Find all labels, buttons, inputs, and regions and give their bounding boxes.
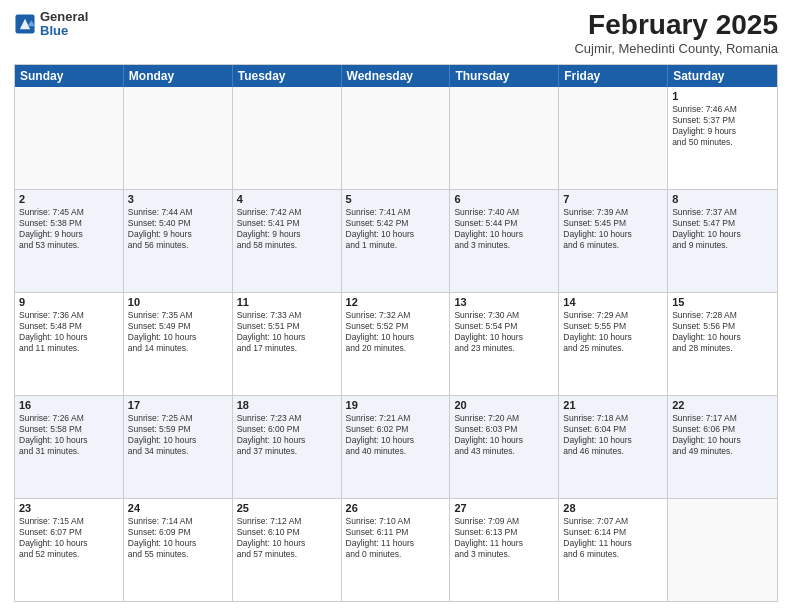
day-number: 12 — [346, 296, 446, 308]
day-info: Sunrise: 7:23 AM Sunset: 6:00 PM Dayligh… — [237, 413, 337, 457]
calendar-day-20: 20Sunrise: 7:20 AM Sunset: 6:03 PM Dayli… — [450, 396, 559, 498]
day-number: 13 — [454, 296, 554, 308]
calendar-week-2: 9Sunrise: 7:36 AM Sunset: 5:48 PM Daylig… — [15, 292, 777, 395]
calendar-day-4: 4Sunrise: 7:42 AM Sunset: 5:41 PM Daylig… — [233, 190, 342, 292]
day-number: 2 — [19, 193, 119, 205]
day-info: Sunrise: 7:37 AM Sunset: 5:47 PM Dayligh… — [672, 207, 773, 251]
day-info: Sunrise: 7:46 AM Sunset: 5:37 PM Dayligh… — [672, 104, 773, 148]
header-day-friday: Friday — [559, 65, 668, 87]
day-info: Sunrise: 7:42 AM Sunset: 5:41 PM Dayligh… — [237, 207, 337, 251]
day-number: 17 — [128, 399, 228, 411]
day-info: Sunrise: 7:18 AM Sunset: 6:04 PM Dayligh… — [563, 413, 663, 457]
day-number: 26 — [346, 502, 446, 514]
calendar-day-15: 15Sunrise: 7:28 AM Sunset: 5:56 PM Dayli… — [668, 293, 777, 395]
subtitle: Cujmir, Mehedinti County, Romania — [574, 41, 778, 56]
logo-blue: Blue — [40, 24, 88, 38]
main-title: February 2025 — [574, 10, 778, 41]
day-info: Sunrise: 7:32 AM Sunset: 5:52 PM Dayligh… — [346, 310, 446, 354]
day-info: Sunrise: 7:29 AM Sunset: 5:55 PM Dayligh… — [563, 310, 663, 354]
day-number: 8 — [672, 193, 773, 205]
header-day-sunday: Sunday — [15, 65, 124, 87]
day-number: 25 — [237, 502, 337, 514]
calendar-day-17: 17Sunrise: 7:25 AM Sunset: 5:59 PM Dayli… — [124, 396, 233, 498]
calendar-day-6: 6Sunrise: 7:40 AM Sunset: 5:44 PM Daylig… — [450, 190, 559, 292]
calendar-day-2: 2Sunrise: 7:45 AM Sunset: 5:38 PM Daylig… — [15, 190, 124, 292]
calendar-empty-cell — [668, 499, 777, 601]
day-info: Sunrise: 7:45 AM Sunset: 5:38 PM Dayligh… — [19, 207, 119, 251]
day-number: 22 — [672, 399, 773, 411]
calendar-day-9: 9Sunrise: 7:36 AM Sunset: 5:48 PM Daylig… — [15, 293, 124, 395]
day-info: Sunrise: 7:10 AM Sunset: 6:11 PM Dayligh… — [346, 516, 446, 560]
day-number: 6 — [454, 193, 554, 205]
day-info: Sunrise: 7:28 AM Sunset: 5:56 PM Dayligh… — [672, 310, 773, 354]
header-day-tuesday: Tuesday — [233, 65, 342, 87]
day-info: Sunrise: 7:26 AM Sunset: 5:58 PM Dayligh… — [19, 413, 119, 457]
calendar-empty-cell — [15, 87, 124, 189]
day-number: 1 — [672, 90, 773, 102]
logo-text: General Blue — [40, 10, 88, 39]
day-number: 18 — [237, 399, 337, 411]
calendar-day-25: 25Sunrise: 7:12 AM Sunset: 6:10 PM Dayli… — [233, 499, 342, 601]
calendar-day-3: 3Sunrise: 7:44 AM Sunset: 5:40 PM Daylig… — [124, 190, 233, 292]
day-info: Sunrise: 7:09 AM Sunset: 6:13 PM Dayligh… — [454, 516, 554, 560]
calendar-day-16: 16Sunrise: 7:26 AM Sunset: 5:58 PM Dayli… — [15, 396, 124, 498]
logo-icon — [14, 13, 36, 35]
day-number: 3 — [128, 193, 228, 205]
day-number: 15 — [672, 296, 773, 308]
calendar: SundayMondayTuesdayWednesdayThursdayFrid… — [14, 64, 778, 602]
day-info: Sunrise: 7:36 AM Sunset: 5:48 PM Dayligh… — [19, 310, 119, 354]
calendar-day-14: 14Sunrise: 7:29 AM Sunset: 5:55 PM Dayli… — [559, 293, 668, 395]
page: General Blue February 2025 Cujmir, Mehed… — [0, 0, 792, 612]
calendar-day-22: 22Sunrise: 7:17 AM Sunset: 6:06 PM Dayli… — [668, 396, 777, 498]
logo-general: General — [40, 10, 88, 24]
day-info: Sunrise: 7:25 AM Sunset: 5:59 PM Dayligh… — [128, 413, 228, 457]
day-number: 20 — [454, 399, 554, 411]
calendar-day-27: 27Sunrise: 7:09 AM Sunset: 6:13 PM Dayli… — [450, 499, 559, 601]
calendar-week-3: 16Sunrise: 7:26 AM Sunset: 5:58 PM Dayli… — [15, 395, 777, 498]
calendar-day-19: 19Sunrise: 7:21 AM Sunset: 6:02 PM Dayli… — [342, 396, 451, 498]
calendar-day-12: 12Sunrise: 7:32 AM Sunset: 5:52 PM Dayli… — [342, 293, 451, 395]
calendar-week-4: 23Sunrise: 7:15 AM Sunset: 6:07 PM Dayli… — [15, 498, 777, 601]
day-info: Sunrise: 7:44 AM Sunset: 5:40 PM Dayligh… — [128, 207, 228, 251]
header-day-monday: Monday — [124, 65, 233, 87]
calendar-day-1: 1Sunrise: 7:46 AM Sunset: 5:37 PM Daylig… — [668, 87, 777, 189]
day-info: Sunrise: 7:21 AM Sunset: 6:02 PM Dayligh… — [346, 413, 446, 457]
calendar-day-26: 26Sunrise: 7:10 AM Sunset: 6:11 PM Dayli… — [342, 499, 451, 601]
calendar-day-18: 18Sunrise: 7:23 AM Sunset: 6:00 PM Dayli… — [233, 396, 342, 498]
header-day-thursday: Thursday — [450, 65, 559, 87]
day-number: 27 — [454, 502, 554, 514]
calendar-day-5: 5Sunrise: 7:41 AM Sunset: 5:42 PM Daylig… — [342, 190, 451, 292]
calendar-day-24: 24Sunrise: 7:14 AM Sunset: 6:09 PM Dayli… — [124, 499, 233, 601]
calendar-day-10: 10Sunrise: 7:35 AM Sunset: 5:49 PM Dayli… — [124, 293, 233, 395]
day-info: Sunrise: 7:30 AM Sunset: 5:54 PM Dayligh… — [454, 310, 554, 354]
calendar-day-21: 21Sunrise: 7:18 AM Sunset: 6:04 PM Dayli… — [559, 396, 668, 498]
day-info: Sunrise: 7:12 AM Sunset: 6:10 PM Dayligh… — [237, 516, 337, 560]
day-info: Sunrise: 7:17 AM Sunset: 6:06 PM Dayligh… — [672, 413, 773, 457]
day-number: 11 — [237, 296, 337, 308]
calendar-day-28: 28Sunrise: 7:07 AM Sunset: 6:14 PM Dayli… — [559, 499, 668, 601]
day-info: Sunrise: 7:40 AM Sunset: 5:44 PM Dayligh… — [454, 207, 554, 251]
calendar-body: 1Sunrise: 7:46 AM Sunset: 5:37 PM Daylig… — [15, 87, 777, 601]
calendar-header-row: SundayMondayTuesdayWednesdayThursdayFrid… — [15, 65, 777, 87]
day-number: 23 — [19, 502, 119, 514]
header-day-saturday: Saturday — [668, 65, 777, 87]
day-number: 5 — [346, 193, 446, 205]
calendar-day-7: 7Sunrise: 7:39 AM Sunset: 5:45 PM Daylig… — [559, 190, 668, 292]
calendar-day-11: 11Sunrise: 7:33 AM Sunset: 5:51 PM Dayli… — [233, 293, 342, 395]
day-number: 14 — [563, 296, 663, 308]
calendar-day-13: 13Sunrise: 7:30 AM Sunset: 5:54 PM Dayli… — [450, 293, 559, 395]
calendar-day-8: 8Sunrise: 7:37 AM Sunset: 5:47 PM Daylig… — [668, 190, 777, 292]
day-info: Sunrise: 7:15 AM Sunset: 6:07 PM Dayligh… — [19, 516, 119, 560]
day-info: Sunrise: 7:07 AM Sunset: 6:14 PM Dayligh… — [563, 516, 663, 560]
calendar-week-1: 2Sunrise: 7:45 AM Sunset: 5:38 PM Daylig… — [15, 189, 777, 292]
calendar-empty-cell — [450, 87, 559, 189]
calendar-empty-cell — [342, 87, 451, 189]
calendar-empty-cell — [124, 87, 233, 189]
day-number: 28 — [563, 502, 663, 514]
day-info: Sunrise: 7:39 AM Sunset: 5:45 PM Dayligh… — [563, 207, 663, 251]
header-day-wednesday: Wednesday — [342, 65, 451, 87]
header: General Blue February 2025 Cujmir, Mehed… — [14, 10, 778, 56]
day-info: Sunrise: 7:41 AM Sunset: 5:42 PM Dayligh… — [346, 207, 446, 251]
calendar-empty-cell — [559, 87, 668, 189]
day-number: 24 — [128, 502, 228, 514]
